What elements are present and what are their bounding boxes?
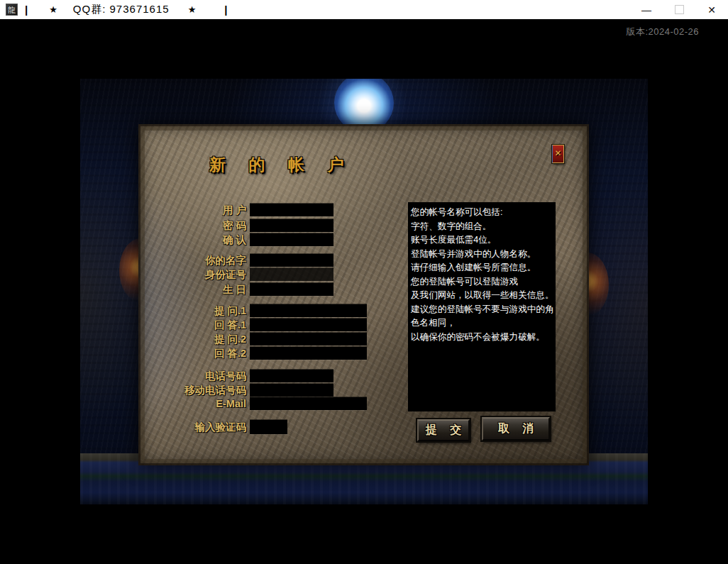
username-input[interactable]: [250, 204, 333, 216]
answer2-label: 回 答.2: [138, 347, 246, 360]
answer1-input[interactable]: [250, 319, 367, 331]
info-line: 请仔细输入创建帐号所需信息。: [411, 261, 553, 275]
mobile-phone-label: 移动电话号码: [138, 384, 246, 397]
info-line: 您的登陆帐号可以登陆游戏: [411, 275, 553, 289]
qq-group-label: QQ群: 973671615: [73, 3, 170, 16]
star-icon-right: ★: [188, 4, 197, 15]
info-line: 色名相同，: [411, 316, 553, 331]
confirm-password-label: 确 认: [138, 233, 246, 246]
id-number-label: 身份证号: [138, 268, 246, 281]
cancel-button[interactable]: 取 消: [482, 417, 550, 441]
real-name-label: 你的名字: [138, 254, 246, 267]
info-line: 建议您的登陆帐号不要与游戏中的角: [411, 303, 553, 317]
maximize-icon: [675, 5, 684, 14]
question1-label: 提 问.1: [138, 304, 246, 317]
info-line: 登陆帐号并游戏中的人物名称。: [411, 248, 553, 262]
mobile-phone-input[interactable]: [250, 384, 333, 397]
username-label: 用 户: [138, 204, 246, 216]
maximize-button[interactable]: [663, 0, 695, 19]
answer1-label: 回 答.1: [138, 319, 246, 331]
birthday-input[interactable]: [250, 283, 333, 296]
version-label: 版本:2024-02-26: [626, 26, 699, 38]
info-line: 账号长度最低需4位。: [411, 233, 553, 248]
birthday-label: 生 日: [138, 283, 246, 296]
dialog-title: 新 的 帐 户: [209, 154, 353, 176]
question2-input[interactable]: [250, 333, 367, 345]
confirm-password-input[interactable]: [250, 233, 333, 246]
question1-input[interactable]: [250, 304, 367, 317]
answer2-input[interactable]: [250, 347, 367, 360]
window-controls: — ✕: [630, 0, 728, 19]
password-label: 密 码: [138, 219, 246, 232]
captcha-input[interactable]: [250, 420, 287, 434]
captcha-label: 输入验证码: [138, 421, 246, 433]
info-line: 您的帐号名称可以包括:: [411, 206, 553, 220]
real-name-input[interactable]: [250, 254, 333, 267]
game-screen: 新 的 帐 户 ✕ 用 户 密 码 确 认 你的名字 身份证号 生 日 提 问.…: [80, 79, 648, 504]
close-button[interactable]: ✕: [695, 0, 728, 19]
info-line: 及我们网站，以取得一些相关信息。: [411, 289, 553, 303]
app-icon: 龍: [6, 4, 18, 16]
id-number-input[interactable]: [250, 268, 333, 281]
star-icon-left: ★: [49, 4, 57, 15]
question2-label: 提 问.2: [138, 333, 246, 345]
dialog-close-button[interactable]: ✕: [552, 145, 564, 163]
new-account-dialog: 新 的 帐 户 ✕ 用 户 密 码 确 认 你的名字 身份证号 生 日 提 问.…: [138, 124, 589, 465]
phone-label: 电话号码: [138, 370, 246, 382]
titlebar-separator-left: |: [25, 4, 28, 16]
info-line: 以确保你的密码不会被爆力破解。: [411, 331, 553, 345]
titlebar-separator-right: |: [224, 4, 227, 16]
application-window: 龍 | ★ QQ群: 973671615 ★ | — ✕ 版本:2024-02-…: [0, 0, 728, 564]
email-input[interactable]: [250, 397, 367, 410]
submit-button[interactable]: 提 交: [417, 419, 470, 441]
minimize-button[interactable]: —: [630, 0, 663, 19]
password-input[interactable]: [250, 219, 333, 232]
window-titlebar: 龍 | ★ QQ群: 973671615 ★ | — ✕: [0, 0, 728, 19]
account-info-box: 您的帐号名称可以包括: 字符、数字的组合。 账号长度最低需4位。 登陆帐号并游戏…: [408, 202, 556, 411]
info-line: 字符、数字的组合。: [411, 220, 553, 234]
email-label: E-Mail: [138, 397, 246, 410]
phone-input[interactable]: [250, 370, 333, 382]
